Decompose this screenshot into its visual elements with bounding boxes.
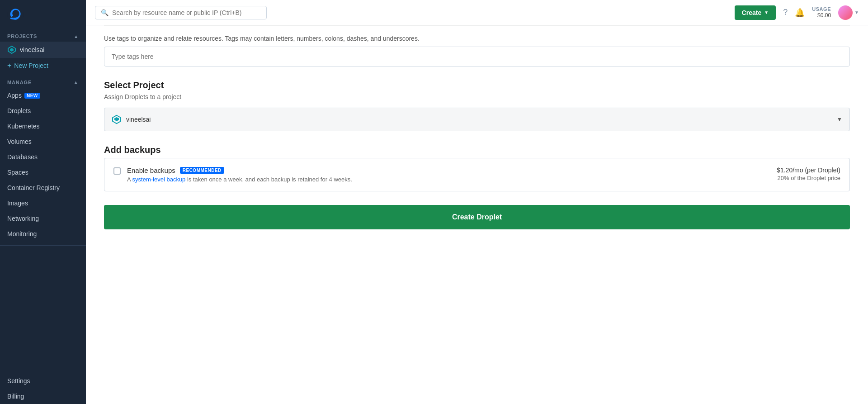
svg-marker-2 <box>10 48 14 52</box>
create-label: Create <box>742 9 762 16</box>
content-area: Use tags to organize and relate resource… <box>86 25 868 404</box>
project-select-dropdown[interactable]: vineelsai ▼ <box>104 108 850 131</box>
backup-label-wrapper: Enable backups RECOMMENDED A system-leve… <box>127 166 352 183</box>
notifications-icon[interactable]: 🔔 <box>795 8 805 18</box>
user-dropdown[interactable]: ▼ <box>838 5 859 20</box>
kubernetes-label: Kubernetes <box>7 123 40 130</box>
backup-description: A system-level backup is taken once a we… <box>127 176 352 183</box>
plus-icon: + <box>7 62 11 70</box>
sidebar-item-settings[interactable]: Settings <box>0 373 86 389</box>
recommended-badge: RECOMMENDED <box>180 167 224 174</box>
spaces-label: Spaces <box>7 169 28 176</box>
select-project-subtitle: Assign Droplets to a project <box>104 93 850 100</box>
user-caret-icon: ▼ <box>854 10 859 15</box>
backups-left: Enable backups RECOMMENDED A system-leve… <box>113 166 352 183</box>
sidebar-item-spaces[interactable]: Spaces <box>0 165 86 180</box>
databases-label: Databases <box>7 153 38 161</box>
backup-description-suffix: is taken once a week, and each backup is… <box>185 176 352 183</box>
sidebar: PROJECTS ▲ vineelsai + New Project MANAG… <box>0 0 86 404</box>
add-backups-title: Add backups <box>104 145 850 155</box>
backups-box: Enable backups RECOMMENDED A system-leve… <box>104 158 850 191</box>
project-select-left: vineelsai <box>112 114 151 124</box>
sidebar-divider <box>0 245 86 246</box>
usage-value: $0.00 <box>817 12 831 19</box>
settings-label: Settings <box>7 377 30 385</box>
logo <box>0 0 86 29</box>
volumes-label: Volumes <box>7 138 32 145</box>
billing-label: Billing <box>7 393 24 400</box>
sidebar-item-databases[interactable]: Databases <box>0 149 86 165</box>
droplets-label: Droplets <box>7 107 31 114</box>
new-project-button[interactable]: + New Project <box>0 58 86 73</box>
enable-backups-checkbox[interactable] <box>113 167 121 175</box>
select-project-title: Select Project <box>104 80 850 90</box>
manage-section-header: MANAGE ▲ <box>0 73 86 88</box>
backup-label-top: Enable backups RECOMMENDED <box>127 166 352 174</box>
tags-input[interactable] <box>112 53 842 60</box>
new-project-label: New Project <box>14 62 48 69</box>
project-dropdown-value: vineelsai <box>126 116 151 123</box>
images-label: Images <box>7 200 28 207</box>
create-caret-icon: ▼ <box>764 10 769 15</box>
manage-label: MANAGE <box>7 80 32 85</box>
manage-chevron-icon: ▲ <box>73 80 79 85</box>
projects-chevron-icon: ▲ <box>74 34 79 39</box>
topbar-right: Create ▼ ? 🔔 USAGE $0.00 ▼ <box>735 5 859 20</box>
projects-section-header: PROJECTS ▲ <box>0 29 86 42</box>
create-button[interactable]: Create ▼ <box>735 5 776 20</box>
help-icon[interactable]: ? <box>783 8 788 17</box>
backup-price-main: $1.20/mo (per Droplet) <box>777 166 840 174</box>
projects-label: PROJECTS <box>7 33 37 39</box>
digitalocean-logo-icon <box>7 6 24 23</box>
dropdown-chevron-icon: ▼ <box>837 116 842 123</box>
search-input[interactable] <box>112 9 261 16</box>
system-level-backup-link[interactable]: system-level backup <box>132 176 186 183</box>
backup-price: $1.20/mo (per Droplet) 20% of the Drople… <box>777 166 840 181</box>
container-registry-label: Container Registry <box>7 184 60 191</box>
usage-block: USAGE $0.00 <box>812 6 831 19</box>
sidebar-item-images[interactable]: Images <box>0 195 86 211</box>
sidebar-item-kubernetes[interactable]: Kubernetes <box>0 119 86 134</box>
monitoring-label: Monitoring <box>7 230 37 238</box>
topbar: 🔍 Create ▼ ? 🔔 USAGE $0.00 ▼ <box>86 0 868 25</box>
project-name: vineelsai <box>20 46 44 53</box>
networking-label: Networking <box>7 215 39 222</box>
avatar <box>838 5 853 20</box>
apps-new-badge: NEW <box>24 93 40 99</box>
sidebar-item-apps[interactable]: Apps NEW <box>0 88 86 103</box>
sidebar-item-container-registry[interactable]: Container Registry <box>0 180 86 195</box>
svg-marker-4 <box>114 117 119 121</box>
usage-label: USAGE <box>812 6 831 12</box>
apps-label: Apps <box>7 92 22 99</box>
sidebar-item-monitoring[interactable]: Monitoring <box>0 226 86 242</box>
sidebar-item-billing[interactable]: Billing <box>0 389 86 404</box>
search-icon: 🔍 <box>101 9 108 16</box>
search-bar[interactable]: 🔍 <box>95 6 267 19</box>
tags-input-wrapper[interactable] <box>104 47 850 67</box>
sidebar-item-droplets[interactable]: Droplets <box>0 103 86 119</box>
project-icon <box>7 45 16 54</box>
main-area: 🔍 Create ▼ ? 🔔 USAGE $0.00 ▼ Use tags to… <box>86 0 868 404</box>
sidebar-item-networking[interactable]: Networking <box>0 211 86 226</box>
backup-price-sub: 20% of the Droplet price <box>777 175 840 181</box>
project-select-icon <box>112 114 122 124</box>
tags-description: Use tags to organize and relate resource… <box>104 25 850 47</box>
sidebar-project-vineelsai[interactable]: vineelsai <box>0 42 86 58</box>
sidebar-item-volumes[interactable]: Volumes <box>0 134 86 149</box>
enable-backups-label: Enable backups <box>127 166 175 174</box>
create-droplet-button[interactable]: Create Droplet <box>104 205 850 229</box>
